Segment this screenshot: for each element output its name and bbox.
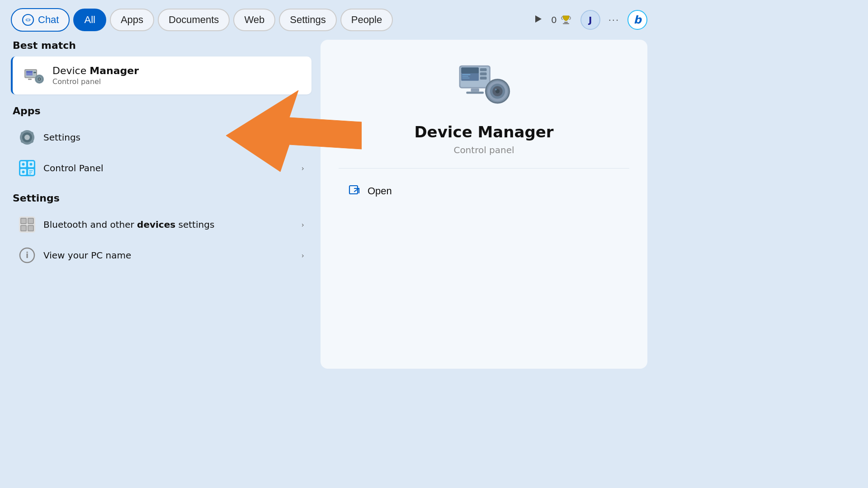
svg-rect-18	[26, 142, 28, 145]
bing-logo: b	[633, 14, 641, 26]
tab-people-label: People	[351, 14, 382, 26]
tab-all-label: All	[84, 14, 95, 26]
svg-rect-45	[28, 226, 33, 230]
svg-rect-51	[461, 67, 479, 73]
tab-documents-label: Documents	[169, 14, 219, 26]
svg-marker-1	[535, 15, 542, 23]
settings-section: Settings	[11, 192, 311, 271]
bing-button[interactable]: b	[627, 10, 647, 30]
chat-icon	[22, 14, 34, 26]
best-match-title-bold: Manager	[90, 65, 139, 76]
svg-rect-8	[33, 72, 36, 73]
tab-apps-label: Apps	[121, 14, 143, 26]
tab-settings[interactable]: Settings	[279, 9, 337, 31]
svg-point-13	[39, 79, 40, 80]
list-item-settings-app[interactable]: Settings ›	[11, 122, 311, 153]
tab-web[interactable]: Web	[233, 9, 275, 31]
tab-documents[interactable]: Documents	[158, 9, 230, 31]
more-button[interactable]: ···	[609, 14, 619, 26]
tab-people[interactable]: People	[340, 9, 393, 31]
apps-section-title: Apps	[11, 105, 311, 117]
bluetooth-icon	[18, 216, 36, 234]
chevron-icon-2: ›	[302, 164, 304, 173]
svg-rect-20	[32, 136, 34, 138]
topbar-right: 0 J ··· b	[533, 10, 647, 30]
tab-web-label: Web	[244, 14, 264, 26]
svg-point-33	[22, 171, 25, 174]
tab-apps[interactable]: Apps	[110, 9, 154, 31]
settings-section-title: Settings	[11, 192, 311, 204]
svg-rect-55	[480, 68, 486, 71]
tab-settings-label: Settings	[290, 14, 326, 26]
svg-rect-56	[480, 72, 486, 75]
apps-section: Apps	[11, 105, 311, 183]
open-button[interactable]: Open	[348, 181, 392, 201]
pc-name-icon: i	[18, 246, 36, 264]
svg-rect-17	[26, 130, 28, 132]
tab-chat[interactable]: Chat	[11, 8, 70, 32]
detail-subtitle: Control panel	[453, 145, 514, 155]
list-item-control-panel-label: Control Panel	[43, 163, 294, 174]
score-badge: 0	[551, 14, 572, 26]
best-match-item[interactable]: Device Manager Control panel	[11, 56, 311, 94]
list-item-pc-name[interactable]: i View your PC name ›	[11, 240, 311, 271]
svg-point-25	[24, 135, 30, 140]
main-content: Best match	[0, 40, 658, 369]
svg-point-31	[22, 163, 25, 166]
open-icon	[348, 184, 362, 198]
topbar: Chat All Apps Documents Web Settings Peo…	[0, 0, 658, 40]
svg-rect-43	[28, 219, 33, 223]
svg-point-32	[30, 163, 33, 166]
svg-rect-34	[29, 170, 33, 171]
svg-rect-35	[29, 172, 32, 173]
svg-rect-58	[471, 88, 479, 91]
tab-chat-label: Chat	[38, 14, 59, 26]
svg-rect-9	[28, 79, 32, 80]
chevron-icon-4: ›	[302, 251, 304, 260]
avatar[interactable]: J	[580, 10, 600, 30]
chevron-icon-3: ›	[302, 221, 304, 229]
best-match-section-title: Best match	[11, 40, 311, 51]
divider	[339, 168, 629, 169]
best-match-text: Device Manager Control panel	[52, 65, 139, 86]
svg-rect-52	[462, 74, 470, 75]
svg-rect-36	[29, 174, 31, 174]
svg-point-65	[495, 89, 497, 90]
play-button[interactable]	[533, 14, 543, 26]
svg-rect-59	[466, 91, 484, 94]
best-match-title-plain: Device	[52, 65, 90, 76]
svg-rect-3	[563, 23, 569, 24]
list-item-control-panel[interactable]: Control Panel ›	[11, 153, 311, 183]
best-match-subtitle: Control panel	[52, 77, 139, 86]
svg-rect-44	[21, 226, 26, 230]
detail-icon	[457, 58, 511, 112]
list-item-bluetooth-label: Bluetooth and other devices settings	[43, 219, 294, 230]
svg-rect-53	[462, 75, 468, 76]
svg-rect-7	[26, 71, 33, 73]
left-panel: Best match	[11, 40, 321, 369]
detail-title: Device Manager	[414, 123, 553, 141]
list-item-bluetooth[interactable]: Bluetooth and other devices settings ›	[11, 209, 311, 240]
score-value: 0	[551, 14, 557, 25]
tab-all[interactable]: All	[73, 9, 106, 31]
list-item-pc-name-label: View your PC name	[43, 250, 294, 261]
settings-app-icon	[18, 128, 36, 146]
chevron-icon: ›	[302, 133, 304, 142]
svg-rect-54	[462, 77, 470, 78]
svg-rect-57	[480, 76, 486, 79]
svg-rect-19	[20, 136, 22, 138]
right-panel: Device Manager Control panel Open	[321, 40, 647, 369]
svg-text:i: i	[26, 250, 28, 260]
svg-rect-42	[21, 219, 26, 223]
best-match-title: Device Manager	[52, 65, 139, 76]
control-panel-icon	[18, 159, 36, 177]
open-label: Open	[368, 185, 392, 197]
avatar-label: J	[589, 14, 592, 25]
best-match-icon	[22, 64, 45, 87]
svg-rect-2	[564, 22, 568, 23]
more-icon: ···	[609, 14, 619, 25]
list-item-settings-label: Settings	[43, 132, 294, 143]
trophy-icon	[560, 14, 572, 26]
